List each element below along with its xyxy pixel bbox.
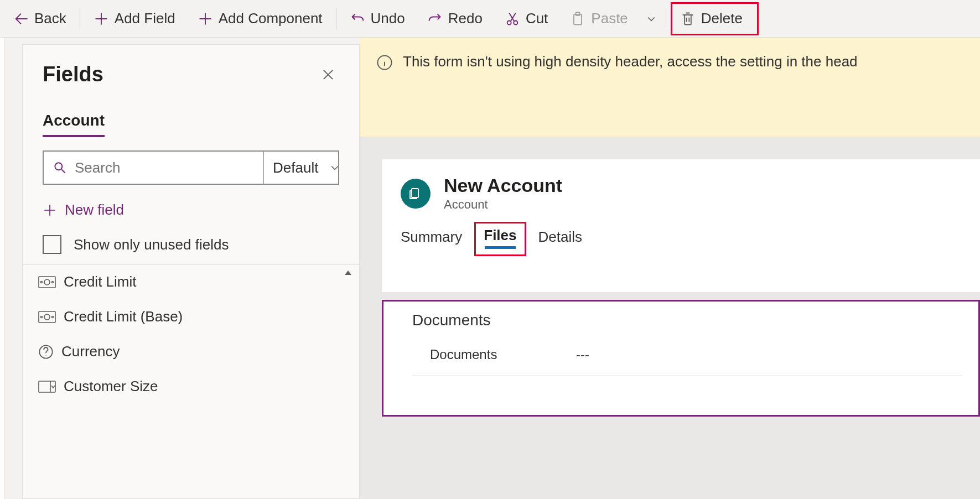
- form-canvas: New Account Account Summary Files Detail…: [360, 137, 980, 499]
- list-item[interactable]: Credit Limit: [23, 264, 359, 299]
- search-icon: [53, 160, 67, 175]
- new-field-button[interactable]: New field: [43, 197, 339, 223]
- form-card: New Account Account Summary Files Detail…: [382, 159, 980, 292]
- delete-highlight: Delete: [671, 2, 759, 35]
- documents-row-value: ---: [576, 347, 589, 362]
- delete-label: Delete: [701, 10, 743, 27]
- show-unused-checkbox[interactable]: [43, 235, 61, 254]
- show-unused-label: Show only unused fields: [74, 236, 229, 253]
- show-unused-row: Show only unused fields: [43, 235, 339, 254]
- command-bar: Back Add Field Add Component Undo Redo C…: [0, 0, 980, 38]
- dropdown-field-icon: [38, 381, 56, 393]
- back-button[interactable]: Back: [2, 0, 77, 38]
- scissors-icon: [505, 11, 520, 27]
- toolbar-separator: [80, 8, 80, 30]
- entity-icon: [401, 179, 431, 209]
- scroll-up-arrow[interactable]: [341, 268, 355, 278]
- panel-title: Fields: [43, 63, 103, 86]
- active-tab-underline: [485, 246, 516, 249]
- toolbar-separator: [336, 8, 336, 30]
- info-banner: This form isn't using high density heade…: [360, 38, 980, 137]
- fields-panel: Fields Account Default New field Show on…: [22, 44, 360, 499]
- section-title: Documents: [412, 311, 962, 329]
- search-mode-select[interactable]: Default: [263, 152, 351, 184]
- tab-details[interactable]: Details: [538, 225, 582, 249]
- info-icon: [376, 54, 393, 71]
- left-rail: [0, 38, 4, 499]
- close-icon: [320, 67, 336, 82]
- svg-point-4: [55, 163, 62, 170]
- svg-point-7: [41, 281, 43, 283]
- list-item-label: Currency: [61, 343, 120, 360]
- money-icon: [38, 276, 56, 288]
- list-item[interactable]: Customer Size: [23, 369, 359, 404]
- toolbar-separator: [666, 8, 666, 30]
- documents-row[interactable]: Documents ---: [412, 338, 962, 376]
- svg-point-11: [41, 316, 43, 318]
- form-icon: [409, 187, 422, 200]
- svg-point-8: [52, 281, 54, 283]
- field-list: Credit Limit Credit Limit (Base) Currenc…: [23, 264, 359, 404]
- clipboard-icon: [570, 11, 585, 27]
- chevron-down-icon: [329, 162, 340, 173]
- panel-tab-row: Account: [43, 112, 339, 137]
- add-field-label: Add Field: [115, 10, 175, 27]
- paste-label: Paste: [591, 10, 628, 27]
- plus-icon: [43, 203, 57, 217]
- redo-icon: [427, 11, 443, 27]
- new-field-label: New field: [65, 201, 124, 219]
- undo-icon: [350, 11, 365, 27]
- svg-rect-16: [412, 189, 418, 197]
- plus-icon: [198, 11, 213, 27]
- form-entity: Account: [444, 197, 562, 212]
- plus-icon: [94, 11, 109, 27]
- banner-text: This form isn't using high density heade…: [403, 53, 858, 70]
- redo-label: Redo: [448, 10, 483, 27]
- svg-rect-9: [39, 311, 55, 323]
- documents-row-label: Documents: [430, 347, 576, 362]
- list-item[interactable]: Currency: [23, 334, 359, 369]
- undo-label: Undo: [371, 10, 405, 27]
- undo-button[interactable]: Undo: [339, 0, 416, 38]
- search-box: Default: [43, 150, 339, 185]
- cut-button[interactable]: Cut: [494, 0, 559, 38]
- tab-files[interactable]: Files: [484, 227, 516, 244]
- form-title: New Account: [444, 175, 562, 196]
- list-item-label: Credit Limit: [64, 273, 136, 290]
- svg-rect-5: [39, 277, 55, 288]
- search-mode-label: Default: [273, 159, 318, 176]
- add-component-label: Add Component: [219, 10, 323, 27]
- documents-section[interactable]: Documents Documents ---: [382, 300, 980, 417]
- back-label: Back: [34, 10, 66, 27]
- list-item-label: Customer Size: [64, 378, 158, 395]
- search-input[interactable]: [75, 159, 255, 176]
- tab-files-highlight: Files: [474, 222, 526, 256]
- redo-button[interactable]: Redo: [416, 0, 494, 38]
- money-icon: [38, 311, 56, 323]
- form-tabs: Summary Files Details: [401, 225, 961, 256]
- paste-split-button[interactable]: [639, 0, 663, 38]
- panel-tab-account[interactable]: Account: [43, 112, 105, 137]
- svg-point-6: [44, 279, 50, 285]
- cut-label: Cut: [526, 10, 548, 27]
- add-component-button[interactable]: Add Component: [186, 0, 334, 38]
- add-field-button[interactable]: Add Field: [82, 0, 186, 38]
- close-button[interactable]: [317, 64, 339, 86]
- tab-summary[interactable]: Summary: [401, 225, 462, 249]
- list-item-label: Credit Limit (Base): [64, 308, 183, 325]
- arrow-left-icon: [13, 11, 29, 27]
- help-icon: [38, 344, 54, 360]
- delete-button[interactable]: Delete: [675, 3, 748, 34]
- caret-up-icon: [341, 266, 355, 279]
- chevron-down-icon: [646, 13, 657, 24]
- svg-point-12: [52, 316, 54, 318]
- paste-button: Paste: [559, 0, 639, 38]
- svg-rect-14: [39, 381, 55, 392]
- svg-point-10: [44, 314, 50, 320]
- trash-icon: [680, 11, 696, 27]
- list-item[interactable]: Credit Limit (Base): [23, 299, 359, 334]
